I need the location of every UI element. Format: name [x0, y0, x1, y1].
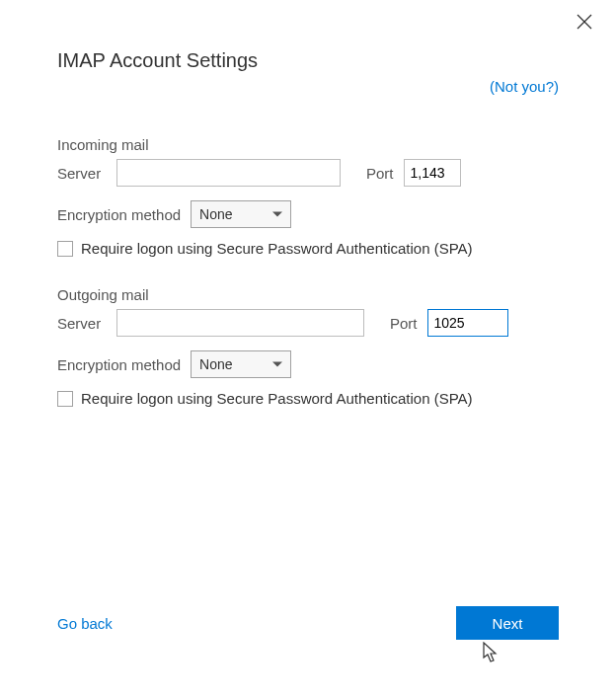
- outgoing-section-label: Outgoing mail: [57, 286, 559, 303]
- chevron-down-icon: [272, 362, 282, 367]
- outgoing-encryption-value: None: [199, 356, 232, 372]
- cursor-icon: [483, 642, 500, 667]
- not-you-link[interactable]: (Not you?): [490, 78, 559, 95]
- outgoing-spa-checkbox[interactable]: [57, 391, 73, 407]
- close-button[interactable]: [577, 14, 594, 32]
- incoming-port-input[interactable]: [404, 159, 461, 187]
- page-title: IMAP Account Settings: [57, 49, 559, 72]
- incoming-server-label: Server: [57, 165, 107, 182]
- outgoing-port-label: Port: [390, 315, 418, 332]
- outgoing-port-input[interactable]: [427, 309, 508, 337]
- close-icon: [577, 14, 592, 30]
- incoming-server-input[interactable]: [116, 159, 341, 187]
- incoming-encryption-label: Encryption method: [57, 206, 181, 223]
- outgoing-encryption-label: Encryption method: [57, 356, 181, 373]
- go-back-link[interactable]: Go back: [57, 615, 113, 632]
- incoming-encryption-value: None: [199, 206, 232, 222]
- outgoing-server-input[interactable]: [116, 309, 364, 337]
- incoming-port-label: Port: [366, 165, 394, 182]
- incoming-spa-label: Require logon using Secure Password Auth…: [81, 240, 473, 257]
- next-button-label: Next: [493, 615, 523, 632]
- chevron-down-icon: [272, 212, 282, 217]
- outgoing-server-label: Server: [57, 315, 107, 332]
- incoming-encryption-select[interactable]: None: [191, 200, 291, 228]
- incoming-spa-checkbox[interactable]: [57, 241, 73, 257]
- outgoing-encryption-select[interactable]: None: [191, 350, 291, 378]
- incoming-section-label: Incoming mail: [57, 136, 559, 153]
- next-button[interactable]: Next: [456, 606, 559, 640]
- outgoing-spa-label: Require logon using Secure Password Auth…: [81, 390, 473, 407]
